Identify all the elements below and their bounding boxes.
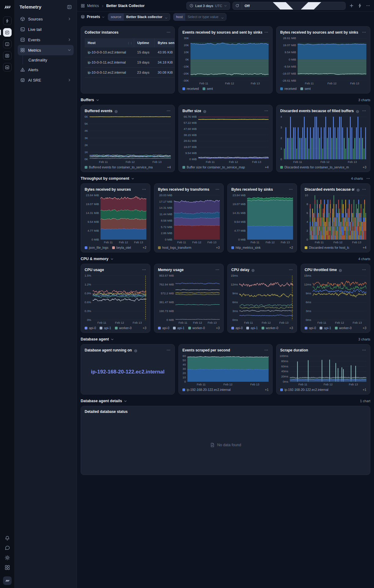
chart-area[interactable]: 43210Feb 11Feb 12Feb 13: [277, 114, 370, 164]
sidebar-item-alerts[interactable]: Alerts: [18, 64, 74, 75]
refresh-button[interactable]: [233, 2, 242, 9]
section-title[interactable]: Database agent details: [81, 399, 127, 403]
sidebar-collapse-icon[interactable]: [67, 5, 72, 9]
section-title[interactable]: Throughput by component: [81, 176, 134, 181]
legend-more-count[interactable]: +1: [363, 388, 366, 391]
workspace-avatar[interactable]: [3, 576, 12, 585]
legend-item[interactable]: Discarded events for host_lc: [305, 246, 349, 249]
rail-list-button[interactable]: [3, 51, 12, 60]
info-icon[interactable]: [356, 109, 359, 113]
chart-area[interactable]: 30K20K10K0K-10K-20K-30KFeb 11Feb 12Feb 1…: [179, 36, 272, 85]
time-range-picker[interactable]: Last 3 days UTC: [186, 2, 230, 10]
more-options-button[interactable]: [366, 3, 370, 8]
legend-more-count[interactable]: +3: [216, 326, 220, 330]
section-menu-button[interactable]: [366, 176, 370, 181]
rail-chat-button[interactable]: [5, 545, 10, 551]
legend-item[interactable]: ip-192-168-20-122.ec2.internal: [280, 388, 328, 391]
card-menu-button[interactable]: [215, 187, 220, 192]
card-menu-button[interactable]: [142, 267, 146, 272]
card-menu-button[interactable]: [215, 267, 220, 272]
card-menu-button[interactable]: [166, 108, 171, 113]
legend-more-count[interactable]: +3: [216, 246, 220, 249]
table-column-header[interactable]: Bytes sent: [155, 38, 174, 47]
chart-area[interactable]: 15ms12ms9ms6ms3ms0msFeb 11Feb 12Feb 13: [228, 273, 297, 325]
filter-pill-source[interactable]: source Better Stack collector: [108, 13, 170, 21]
rail-sun-button[interactable]: [5, 555, 10, 560]
sidebar-item-ai-sre[interactable]: AI SRE: [18, 75, 74, 85]
legend-more-count[interactable]: +2: [143, 246, 146, 249]
card-menu-button[interactable]: [264, 108, 269, 113]
legend-item[interactable]: sent: [203, 87, 213, 90]
card-menu-button[interactable]: [288, 267, 293, 272]
refresh-interval-select[interactable]: Off: [242, 2, 345, 9]
legend-more-count[interactable]: +3: [289, 326, 293, 330]
chart-area[interactable]: 1086420Feb 11Feb 12Feb 13: [301, 193, 370, 244]
legend-item[interactable]: worker-0: [188, 326, 205, 330]
table-row[interactable]: ip-10-0-0-12.ec2.internal23 days30.08 Ki…: [85, 68, 174, 78]
legend-item[interactable]: json_file_logs: [85, 246, 108, 249]
legend-item[interactable]: sent: [300, 87, 311, 90]
chart-area[interactable]: 953.67 MiB762.94 MiB572.2 MiB381.47 MiB1…: [154, 273, 223, 325]
card-menu-button[interactable]: [264, 348, 269, 352]
add-chart-button[interactable]: [349, 3, 354, 8]
rail-live-tail-button[interactable]: [3, 28, 12, 37]
card-menu-button[interactable]: [288, 187, 293, 192]
legend-item[interactable]: api-0: [231, 326, 243, 330]
legend-item[interactable]: beyla_otel: [112, 246, 131, 249]
filter-pill-host[interactable]: host Select or type value: [173, 13, 226, 21]
sidebar-subitem-cardinality[interactable]: Cardinality: [23, 55, 74, 64]
table-row[interactable]: ip-10-0-0-10.ec2.internal15 days43.95 Ki…: [85, 47, 174, 57]
quick-actions-button[interactable]: [358, 3, 362, 8]
legend-item[interactable]: received: [182, 87, 199, 90]
legend-more-count[interactable]: +4: [265, 165, 269, 169]
table-row[interactable]: ip-10-0-0-11.ec2.internal19 days34.18 Ki…: [85, 57, 174, 68]
legend-item[interactable]: http_metrics_sink: [231, 246, 261, 249]
legend-item[interactable]: api-0: [305, 326, 316, 330]
legend-item[interactable]: Buffer size for container_to_service_map: [182, 165, 245, 169]
legend-item[interactable]: api-0: [158, 326, 169, 330]
chart-area[interactable]: 20.03 MiB17.17 MiB14.31 MiB11.44 MiB8.58…: [154, 193, 223, 244]
card-menu-button[interactable]: [362, 108, 366, 113]
card-menu-button[interactable]: [362, 187, 366, 192]
info-icon[interactable]: [356, 188, 360, 191]
section-title[interactable]: Buffers: [81, 98, 99, 102]
breadcrumb-root[interactable]: Metrics: [87, 4, 99, 8]
legend-more-count[interactable]: +3: [363, 326, 366, 330]
info-icon[interactable]: [114, 109, 118, 113]
legend-item[interactable]: worker-0: [115, 326, 132, 330]
section-title[interactable]: CPU & memory: [81, 257, 114, 261]
legend-item[interactable]: Discarded events for container_to_servic…: [280, 165, 349, 169]
legend-more-count[interactable]: +2: [289, 246, 293, 249]
legend-item[interactable]: api-1: [320, 326, 331, 330]
sidebar-item-events[interactable]: Events: [18, 35, 74, 45]
card-menu-button[interactable]: [142, 187, 146, 192]
legend-more-count[interactable]: +3: [363, 165, 366, 169]
info-icon[interactable]: [203, 109, 207, 113]
legend-item[interactable]: worker-0: [335, 326, 352, 330]
legend-item[interactable]: host_logs_transform: [158, 246, 191, 249]
chart-area[interactable]: 15ms12ms9ms6ms3ms0msFeb 11Feb 12Feb 13: [301, 273, 370, 325]
rail-activity-button[interactable]: [3, 63, 12, 72]
legend-more-count[interactable]: +3: [143, 326, 146, 330]
legend-more-count[interactable]: +1: [265, 388, 269, 391]
chart-area[interactable]: 6K5K4K3K2K1K0KFeb 11Feb 12Feb 13: [81, 114, 174, 164]
info-icon[interactable]: [251, 268, 255, 272]
chart-area[interactable]: 1.5%1.2%0.9%0.6%0.3%0%Feb 11Feb 12Feb 13: [81, 273, 150, 325]
chart-area[interactable]: 66.76 MiB57.22 MiB47.68 MiB38.15 MiB28.6…: [179, 114, 272, 164]
legend-item[interactable]: api-0: [85, 326, 96, 330]
chart-area[interactable]: 23.84 MiB19.07 MiB14.31 MiB9.54 MiB4.77 …: [228, 193, 297, 244]
legend-more-count[interactable]: +4: [167, 165, 171, 169]
chart-area[interactable]: 23.84 MiB19.07 MiB14.31 MiB9.54 MiB4.77 …: [81, 193, 150, 244]
legend-more-count[interactable]: +4: [363, 246, 366, 249]
rail-bolt-button[interactable]: [3, 17, 12, 25]
chart-area[interactable]: 6050403020100Feb 11Feb 12Feb 13: [179, 354, 272, 386]
rail-bell-button[interactable]: [5, 535, 10, 541]
card-menu-button[interactable]: [264, 30, 269, 35]
card-menu-button[interactable]: [362, 30, 366, 35]
chart-area[interactable]: 28.61 MiB19.07 MiB9.54 MiB0 MiB-9.54 MiB…: [277, 36, 370, 85]
card-menu-button[interactable]: [362, 267, 366, 272]
legend-item[interactable]: Buffered events for container_to_service…: [85, 165, 153, 169]
rail-grid-button[interactable]: [5, 565, 10, 570]
card-menu-button[interactable]: [166, 30, 171, 35]
legend-item[interactable]: api-1: [100, 326, 111, 330]
